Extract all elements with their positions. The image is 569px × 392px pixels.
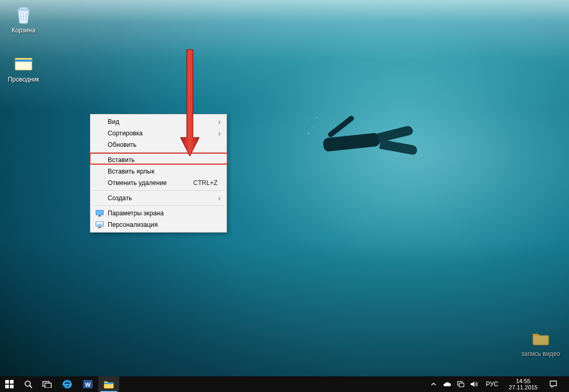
taskbar-spacer <box>119 376 427 392</box>
menu-item-label: Вставить ярлык <box>108 168 221 175</box>
svg-rect-19 <box>45 383 51 388</box>
taskbar: W <box>0 376 569 392</box>
svg-point-16 <box>25 381 30 386</box>
chevron-right-icon: › <box>218 118 221 126</box>
personalize-icon <box>96 222 104 228</box>
folder-icon <box>530 327 552 349</box>
wallpaper-swimmer <box>319 118 434 170</box>
menu-item-create[interactable]: Создать › <box>92 192 225 204</box>
search-button[interactable] <box>19 376 38 392</box>
notification-icon <box>549 380 557 388</box>
menu-item-label: Отменить удаление <box>108 179 194 187</box>
menu-item-label: Обновить <box>108 141 221 148</box>
svg-rect-11 <box>98 228 101 228</box>
menu-item-label: Вид <box>108 118 221 125</box>
desktop-icon-label: Проводник <box>8 76 39 83</box>
svg-rect-2 <box>15 60 32 62</box>
menu-item-view[interactable]: Вид › <box>92 116 225 128</box>
desktop-icon-explorer[interactable]: Проводник <box>4 52 43 83</box>
search-icon <box>24 380 33 389</box>
menu-item-label: Создать <box>108 194 221 202</box>
tray-language[interactable]: РУС <box>483 381 502 388</box>
taskbar-app-word[interactable]: W <box>77 376 98 392</box>
desktop-icon-label: Корзина <box>12 27 36 34</box>
menu-separator <box>93 205 224 206</box>
tray-language-label: РУС <box>486 381 498 388</box>
windows-logo-icon <box>5 380 14 388</box>
menu-item-undo-delete[interactable]: Отменить удаление CTRL+Z <box>92 177 225 189</box>
tray-date: 27.11.2015 <box>509 384 538 390</box>
svg-rect-0 <box>19 7 28 9</box>
svg-rect-6 <box>99 215 101 216</box>
menu-item-display-settings[interactable]: Параметры экрана <box>92 207 225 219</box>
menu-item-sort[interactable]: Сортировка › <box>92 128 225 139</box>
tray-onedrive[interactable] <box>442 376 452 392</box>
svg-rect-25 <box>459 383 464 387</box>
system-tray: РУС 14:55 27.11.2015 <box>427 376 569 392</box>
word-icon: W <box>82 378 94 390</box>
chevron-right-icon: › <box>218 129 221 137</box>
svg-rect-10 <box>99 227 101 228</box>
svg-rect-7 <box>98 216 101 217</box>
svg-rect-23 <box>104 383 113 384</box>
tray-action-center[interactable] <box>545 380 562 388</box>
tray-time: 14:55 <box>516 378 531 384</box>
explorer-icon <box>13 52 35 74</box>
menu-item-label: Персонализация <box>108 221 221 228</box>
recycle-bin-icon <box>13 3 35 25</box>
svg-rect-12 <box>5 380 9 384</box>
edge-icon <box>61 378 73 390</box>
menu-item-personalize[interactable]: Персонализация <box>92 219 225 230</box>
taskbar-app-explorer[interactable] <box>98 376 119 392</box>
start-button[interactable] <box>0 376 19 392</box>
tray-network[interactable] <box>456 376 466 392</box>
taskbar-app-edge[interactable] <box>56 376 77 392</box>
desktop-context-menu: Вид › Сортировка › Обновить Вставить Вст… <box>90 114 227 233</box>
menu-item-paste-shortcut[interactable]: Вставить ярлык <box>92 166 225 177</box>
svg-line-17 <box>30 386 32 388</box>
tray-show-hidden[interactable] <box>428 376 439 392</box>
desktop-icon-label: запись видео <box>521 350 560 358</box>
monitor-icon <box>96 210 104 217</box>
desktop[interactable]: Корзина Проводник запись видео Вид › <box>0 0 569 392</box>
file-explorer-icon <box>103 379 115 389</box>
task-view-icon <box>42 381 52 388</box>
menu-item-label: Сортировка <box>108 130 221 137</box>
tray-clock[interactable]: 14:55 27.11.2015 <box>505 378 542 390</box>
svg-rect-5 <box>96 211 103 215</box>
tray-volume[interactable] <box>469 376 480 392</box>
menu-item-shortcut: CTRL+Z <box>194 179 221 187</box>
menu-item-refresh[interactable]: Обновить <box>92 139 225 151</box>
desktop-icon-folder-video[interactable]: запись видео <box>518 327 564 358</box>
svg-rect-14 <box>5 385 9 388</box>
chevron-right-icon: › <box>218 194 221 202</box>
svg-rect-3 <box>15 58 22 60</box>
svg-rect-15 <box>10 385 14 388</box>
speaker-icon <box>470 381 478 388</box>
network-icon <box>457 381 464 388</box>
desktop-icon-recycle-bin[interactable]: Корзина <box>4 3 43 34</box>
menu-separator <box>93 152 224 153</box>
chevron-up-icon <box>431 382 436 387</box>
taskbar-left: W <box>0 376 119 392</box>
cloud-icon <box>443 382 451 387</box>
menu-item-label: Параметры экрана <box>108 210 221 217</box>
menu-separator <box>93 190 224 191</box>
menu-item-label: Вставить <box>108 156 221 164</box>
task-view-button[interactable] <box>38 376 56 392</box>
svg-rect-13 <box>10 380 14 384</box>
svg-text:W: W <box>85 382 91 388</box>
menu-item-paste[interactable]: Вставить <box>92 154 225 166</box>
